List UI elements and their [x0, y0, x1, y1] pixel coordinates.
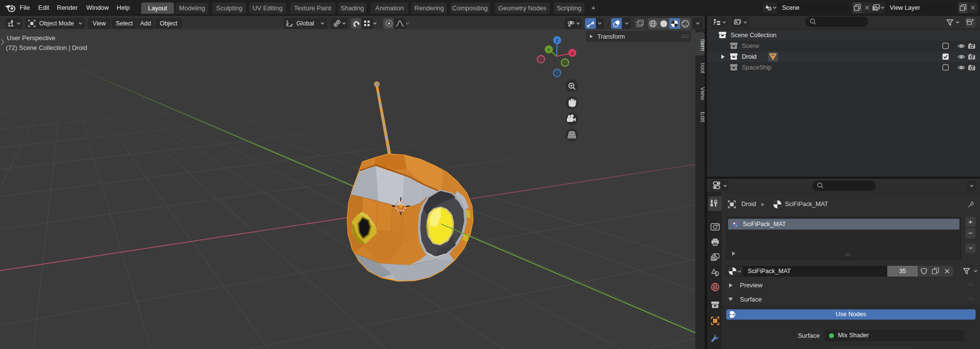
- svg-text:Y: Y: [547, 47, 551, 52]
- svg-text:Transform: Transform: [597, 33, 625, 40]
- svg-text:(72) Scene Collection | Droid: (72) Scene Collection | Droid: [6, 44, 87, 51]
- svg-text:Edit: Edit: [699, 112, 705, 122]
- svg-text:User Perspective: User Perspective: [7, 34, 55, 42]
- svg-text:View: View: [699, 87, 705, 101]
- svg-text:Tool: Tool: [699, 62, 705, 73]
- svg-text:Item: Item: [699, 39, 705, 51]
- svg-text:Z: Z: [556, 38, 559, 43]
- svg-text:X: X: [571, 50, 574, 56]
